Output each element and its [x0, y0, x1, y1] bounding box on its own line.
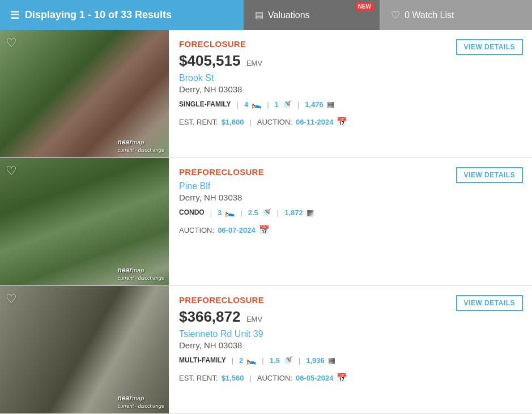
listing-card: ♡ nearmapcurrent · discchange VIEW DETAI… — [0, 286, 532, 414]
bath-icon: 🚿 — [283, 356, 293, 365]
sqft-value: 1,936 — [306, 356, 325, 365]
watchlist-label: Watch List — [412, 10, 454, 20]
auction-date: 06-07-2024 — [218, 226, 256, 234]
listing-image: ♡ nearmapcurrent · discchange — [0, 158, 169, 285]
heart-icon: ♡ — [391, 9, 400, 22]
prop-type: MULTI-FAMILY — [179, 356, 226, 364]
bar-chart-icon: ▤ — [255, 10, 263, 20]
header-bar: ☰ Displaying 1 - 10 of 33 Results ▤ Valu… — [0, 0, 532, 30]
calendar-icon: 📅 — [337, 117, 347, 127]
watchlist-tab[interactable]: ♡ 0 Watch List — [380, 0, 532, 30]
sqft-value: 1,872 — [284, 208, 303, 217]
auction-label: AUCTION: — [257, 374, 292, 382]
listing-address-line2: Derry, NH 03038 — [179, 84, 522, 94]
listing-emv: EMV — [246, 315, 262, 323]
baths-value: 1.5 — [270, 356, 280, 365]
bed-icon: 🛌 — [252, 100, 261, 109]
list-icon: ☰ — [10, 9, 19, 22]
wishlist-heart[interactable]: ♡ — [6, 292, 17, 306]
listing-address-line1: Brook St — [179, 72, 522, 84]
auction-date: 06-11-2024 — [296, 118, 334, 126]
listing-emv: EMV — [246, 59, 262, 67]
listing-image: ♡ nearmapcurrent · discchange — [0, 30, 169, 157]
beds-value: 4 — [244, 100, 248, 109]
results-header: ☰ Displaying 1 - 10 of 33 Results — [0, 0, 244, 30]
sqft-icon: ▦ — [327, 100, 334, 109]
wishlist-heart[interactable]: ♡ — [6, 36, 17, 50]
calendar-icon: 📅 — [259, 225, 270, 235]
listing-card: ♡ nearmapcurrent · discchange VIEW DETAI… — [0, 30, 532, 158]
listing-price: $405,515 — [179, 52, 240, 69]
sqft-value: 1,476 — [305, 100, 324, 109]
listing-footer: AUCTION: 06-07-2024 📅 — [179, 225, 522, 235]
listing-footer: EST. RENT: $1,560 | AUCTION: 06-05-2024 … — [179, 373, 522, 383]
calendar-icon: 📅 — [337, 373, 347, 383]
listing-address-line2: Derry, NH 03038 — [179, 340, 522, 350]
auction-label: AUCTION: — [257, 118, 292, 126]
est-rent-value: $1,560 — [222, 374, 244, 382]
bed-icon: 🛌 — [246, 356, 256, 365]
est-rent-label: EST. RENT: — [179, 374, 218, 382]
results-text: Displaying 1 - 10 of 33 Results — [25, 9, 172, 21]
listing-address-line1: Tsienneto Rd Unit 39 — [179, 328, 522, 340]
prop-type: SINGLE-FAMILY — [179, 100, 231, 108]
sqft-icon: ▦ — [307, 208, 314, 217]
new-badge: NEW — [355, 2, 374, 11]
listing-address-line2: Derry, NH 03038 — [179, 193, 522, 202]
listing-content: VIEW DETAILS PREFORECLOSURE Pine Blf Der… — [169, 158, 532, 285]
view-details-button[interactable]: VIEW DETAILS — [456, 295, 523, 311]
nearmap-label: nearmapcurrent · discchange — [118, 138, 164, 153]
listing-footer: EST. RENT: $1,600 | AUCTION: 06-11-2024 … — [179, 117, 522, 127]
bed-icon: 🛌 — [225, 208, 235, 217]
bath-icon: 🚿 — [282, 100, 292, 109]
bath-icon: 🚿 — [262, 208, 271, 217]
listing-image: ♡ nearmapcurrent · discchange — [0, 286, 169, 413]
watchlist-count: 0 — [405, 10, 410, 20]
view-details-button[interactable]: VIEW DETAILS — [456, 39, 523, 55]
nearmap-label: nearmapcurrent · discchange — [118, 266, 164, 281]
baths-value: 1 — [275, 100, 279, 109]
listing-content: VIEW DETAILS PREFORECLOSURE $366,872 EMV… — [169, 286, 532, 413]
beds-value: 2 — [239, 356, 243, 365]
listing-specs: CONDO | 3 🛌 | 2.5 🚿 | 1,872 ▦ — [179, 208, 522, 217]
wishlist-heart[interactable]: ♡ — [6, 164, 17, 178]
nearmap-label: nearmapcurrent · discchange — [118, 394, 164, 409]
beds-value: 3 — [218, 208, 222, 217]
sqft-icon: ▦ — [328, 356, 335, 365]
est-rent-value: $1,600 — [222, 118, 244, 126]
listing-price: $366,872 — [179, 308, 240, 325]
listing-card: ♡ nearmapcurrent · discchange VIEW DETAI… — [0, 158, 532, 286]
prop-type: CONDO — [179, 208, 205, 216]
listing-specs: SINGLE-FAMILY | 4 🛌 | 1 🚿 | 1,476 ▦ — [179, 100, 522, 109]
view-details-button[interactable]: VIEW DETAILS — [456, 167, 523, 183]
listing-content: VIEW DETAILS FORECLOSURE $405,515 EMV Br… — [169, 30, 532, 157]
auction-date: 06-05-2024 — [296, 374, 334, 382]
valuations-tab[interactable]: ▤ Valuations NEW — [244, 0, 380, 30]
listing-specs: MULTI-FAMILY | 2 🛌 | 1.5 🚿 | 1,936 ▦ — [179, 356, 522, 365]
est-rent-label: EST. RENT: — [179, 118, 218, 126]
valuations-label: Valuations — [268, 10, 310, 20]
auction-label: AUCTION: — [179, 226, 214, 234]
baths-value: 2.5 — [248, 208, 258, 217]
